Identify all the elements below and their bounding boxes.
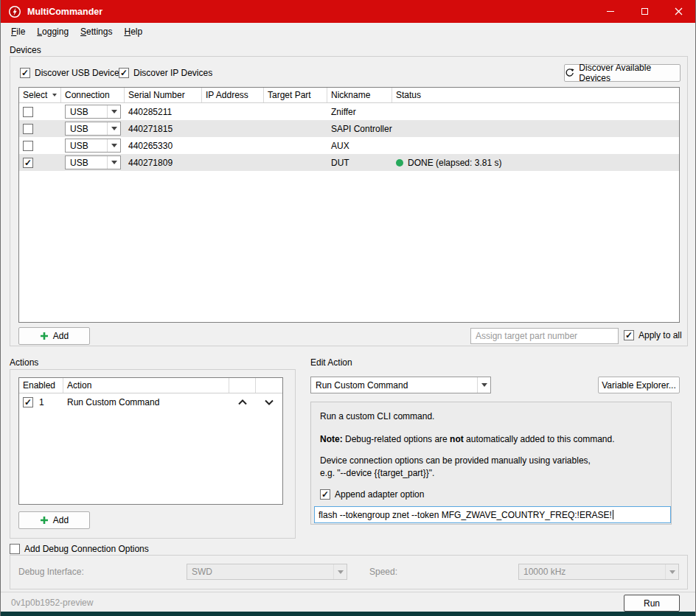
nickname-cell: SAPI Controller [327,120,392,137]
edit-action-panel: Run a custom CLI command. Note: Debug-re… [310,402,672,525]
debug-interface-value: SWD [187,567,333,577]
assign-target-part-input[interactable] [470,328,619,344]
select-cell [19,154,61,171]
action-row[interactable]: 1 Run Custom Command [19,393,282,410]
add-debug-options-checkbox[interactable] [10,544,20,554]
connection-select[interactable]: USB [65,122,121,136]
actions-section-label: Actions [10,357,38,368]
add-action-button[interactable]: Add [18,511,90,529]
variable-explorer-button[interactable]: Variable Explorer... [598,377,680,393]
devices-section-label: Devices [10,45,41,55]
menubar: File Logging Settings Help [1,23,695,41]
move-up-button[interactable] [229,393,256,410]
chevron-down-icon [107,105,120,118]
header-enabled[interactable]: Enabled [19,378,63,393]
variable-explorer-label: Variable Explorer... [602,380,676,391]
menu-file[interactable]: File [5,24,31,39]
target-part-cell [264,103,327,120]
connection-select[interactable]: USB [65,105,121,119]
header-ip-address[interactable]: IP Address [202,88,264,102]
header-select[interactable]: Select [19,88,61,102]
action-enabled-checkbox[interactable] [23,397,33,407]
select-filter-dropdown-icon[interactable] [52,94,57,97]
edit-action-section-label: Edit Action [310,357,352,368]
status-cell: DONE (elapsed: 3.81 s) [392,154,679,171]
discover-usb-checkbox[interactable] [20,68,30,78]
device-row[interactable]: USB 440271809 DUT DONE (elapsed: 3.81 s) [19,154,679,171]
maximize-button[interactable] [627,0,661,23]
nickname-cell: DUT [327,154,392,171]
nickname-cell: AUX [327,137,392,154]
connection-cell: USB [61,103,125,120]
header-nickname[interactable]: Nickname [327,88,392,102]
connection-value: USB [66,141,107,151]
apply-to-all-label: Apply to all [638,330,682,340]
status-cell [392,120,679,137]
devices-table: Select Connection Serial Number IP Addre… [18,87,680,323]
speed-label: Speed: [369,567,397,577]
select-cell [19,103,61,120]
device-select-checkbox[interactable] [23,107,33,117]
connection-cell: USB [61,154,125,171]
text-caret [613,510,613,519]
select-cell [19,120,61,137]
close-icon [675,7,683,15]
plus-icon [40,516,49,525]
append-adapter-label: Append adapter option [335,489,424,500]
note-emphasis: not [450,434,464,444]
chevron-down-icon [107,139,120,152]
chevron-down-icon [665,564,678,579]
note-label: Note: [320,434,343,444]
run-button[interactable]: Run [624,595,680,612]
move-down-button[interactable] [256,393,282,410]
ip-cell [202,137,264,154]
menu-settings[interactable]: Settings [74,24,118,39]
command-input[interactable]: flash --tokengroup znet --token MFG_ZWAV… [314,506,671,523]
header-select-label: Select [23,90,47,100]
version-label: 0v1p0b1952-preview [11,598,93,608]
header-action[interactable]: Action [63,378,229,393]
header-status[interactable]: Status [392,88,679,102]
speed-select: 10000 kHz [518,564,679,580]
discover-available-devices-button[interactable]: Discover Available Devices [564,64,681,82]
command-text: flash --tokengroup znet --token MFG_ZWAV… [319,510,612,520]
connection-cell: USB [61,120,125,137]
device-select-checkbox[interactable] [23,158,33,168]
header-connection[interactable]: Connection [61,88,125,102]
discover-usb-label: Discover USB Devices [35,68,124,78]
menu-logging[interactable]: Logging [31,24,74,39]
close-button[interactable] [661,0,695,23]
header-target-part[interactable]: Target Part [264,88,327,102]
speed-value: 10000 kHz [519,567,665,577]
target-part-cell [264,120,327,137]
menu-help[interactable]: Help [118,24,148,39]
status-cell [392,103,679,120]
discover-ip-checkbox[interactable] [119,68,129,78]
connection-select[interactable]: USB [65,139,121,153]
action-note: Note: Debug-related options are not auto… [320,434,662,445]
action-hint-line1: Device connection options can be provide… [320,455,662,466]
connection-select[interactable]: USB [65,155,121,169]
device-row[interactable]: USB 440285211 Zniffer [19,103,679,120]
device-select-checkbox[interactable] [23,124,33,134]
append-adapter-checkbox[interactable] [320,489,330,500]
run-button-label: Run [644,598,660,609]
action-index: 1 [39,397,44,407]
chevron-down-icon [107,156,120,169]
titlebar[interactable]: MultiCommander [1,0,695,23]
add-device-button[interactable]: Add [18,327,90,345]
connection-value: USB [66,107,107,117]
minimize-button[interactable] [594,0,627,23]
device-row[interactable]: USB 440265330 AUX [19,137,679,154]
header-serial-number[interactable]: Serial Number [125,88,202,102]
device-row[interactable]: USB 440271815 SAPI Controller [19,120,679,137]
note-tail: automatically added to this command. [464,434,615,444]
action-type-select[interactable]: Run Custom Command [310,377,491,393]
apply-to-all-checkbox[interactable] [624,330,634,340]
window-title: MultiCommander [27,7,102,17]
device-select-checkbox[interactable] [23,141,33,151]
action-description: Run a custom CLI command. [320,411,662,422]
status-text: DONE (elapsed: 3.81 s) [408,158,501,168]
chevron-up-icon [237,398,248,407]
serial-cell: 440271815 [125,120,202,137]
